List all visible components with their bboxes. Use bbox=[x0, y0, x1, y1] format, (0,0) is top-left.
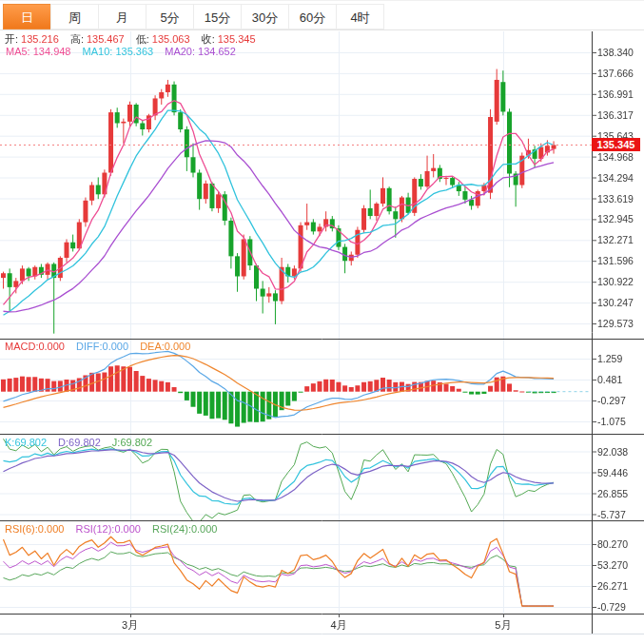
price-axis-label: 132.945 bbox=[597, 213, 634, 224]
rsi-axis-label: -0.729 bbox=[597, 601, 626, 613]
low-label: 低: bbox=[136, 33, 149, 45]
macd-legend: MACD:0.000 DIFF:0.000 DEA:0.000 bbox=[5, 341, 193, 352]
j-value: J:69.802 bbox=[112, 437, 152, 448]
month-label: 4月 bbox=[330, 618, 346, 633]
open-value: 135.216 bbox=[21, 33, 59, 45]
ma-legend: MA5: 134.948 MA10: 135.363 MA20: 134.652 bbox=[6, 46, 239, 57]
stock-chart-app: 日周月5分15分30分60分4时 开:135.216 高:135.467 低:1… bbox=[0, 0, 644, 644]
ma10-value: MA10: 135.363 bbox=[83, 46, 154, 57]
macd-axis-label: -1.075 bbox=[597, 416, 626, 427]
rsi-axis-label: 26.271 bbox=[597, 580, 628, 592]
ma20-value: MA20: 134.652 bbox=[165, 46, 236, 57]
rsi-axis-label: 80.270 bbox=[597, 538, 628, 550]
close-label: 收: bbox=[202, 33, 215, 45]
ohlc-legend: 开:135.216 高:135.467 低:135.063 收:135.345 bbox=[5, 32, 259, 47]
rsi-legend: RSI(6):0.000 RSI(12):0.000 RSI(24):0.000 bbox=[5, 523, 220, 535]
price-axis-label: 132.271 bbox=[597, 234, 634, 245]
price-axis-label: 136.317 bbox=[597, 109, 634, 121]
open-label: 开: bbox=[5, 33, 18, 45]
macd-axis-label: 1.259 bbox=[597, 353, 622, 364]
kdj-axis-label: -5.737 bbox=[597, 509, 626, 520]
high-label: 高: bbox=[70, 33, 84, 45]
diff-value: DIFF:0.000 bbox=[76, 341, 128, 352]
rsi6-value: RSI(6):0.000 bbox=[5, 523, 64, 535]
macd-axis-label: 0.481 bbox=[597, 374, 622, 385]
rsi24-value: RSI(24):0.000 bbox=[152, 523, 217, 535]
price-axis-label: 136.991 bbox=[597, 88, 634, 100]
month-label: 3月 bbox=[122, 618, 138, 633]
price-axis-label: 134.968 bbox=[597, 151, 634, 163]
price-axis-label: 129.573 bbox=[597, 318, 634, 329]
dea-value: DEA:0.000 bbox=[140, 341, 190, 352]
ma5-value: MA5: 134.948 bbox=[6, 46, 71, 57]
rsi12-value: RSI(12):0.000 bbox=[75, 523, 140, 535]
price-axis-label: 138.340 bbox=[597, 47, 634, 58]
high-value: 135.467 bbox=[87, 33, 125, 45]
price-axis-label: 131.596 bbox=[597, 255, 634, 266]
d-value: D:69.802 bbox=[58, 437, 101, 448]
macd-value: MACD:0.000 bbox=[5, 341, 65, 352]
close-value: 135.345 bbox=[218, 33, 256, 45]
kdj-axis-label: 26.855 bbox=[597, 488, 628, 499]
macd-axis-label: -0.297 bbox=[597, 395, 626, 406]
kdj-axis-label: 59.446 bbox=[597, 467, 628, 478]
kdj-legend: K:69.802 D:69.802 J:69.802 bbox=[5, 437, 155, 448]
low-value: 135.063 bbox=[152, 33, 190, 45]
month-label: 5月 bbox=[495, 618, 511, 633]
current-price-badge: 135.345 bbox=[592, 138, 640, 151]
price-axis-label: 133.619 bbox=[597, 193, 634, 205]
price-axis-label: 130.247 bbox=[597, 297, 634, 308]
price-axis-label: 130.922 bbox=[597, 276, 634, 287]
kdj-axis-label: 92.038 bbox=[597, 446, 628, 458]
k-value: K:69.802 bbox=[5, 437, 47, 448]
price-axis-label: 137.666 bbox=[597, 68, 634, 79]
price-axis-label: 134.294 bbox=[597, 172, 634, 184]
rsi-axis-label: 53.270 bbox=[597, 559, 628, 571]
candlestick-chart-canvas[interactable] bbox=[0, 0, 644, 644]
